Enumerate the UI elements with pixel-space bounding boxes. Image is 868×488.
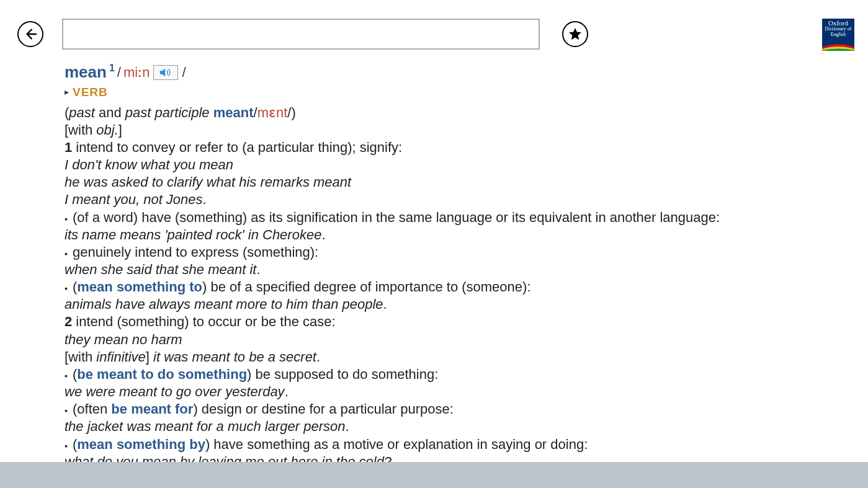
subsense: ▪(of a word) have (something) as its sig… [65,209,782,226]
bullet-icon: ▪ [65,371,68,382]
subsense: ▪(mean something by) have something as a… [65,436,782,453]
example: [with infinitive] it was meant to be a s… [65,348,782,366]
sense-1: 1 intend to convey or refer to (a partic… [65,139,782,156]
logo-swoosh-icon [822,42,854,51]
logo-line2: Dictionary of [825,26,852,32]
star-icon [568,27,583,42]
example: its name means 'painted rock' in Cheroke… [65,226,782,244]
subsense: ▪(often be meant for) design or destine … [65,401,782,418]
bullet-icon: ▪ [65,406,68,417]
logo-line1: Oxford [828,20,848,26]
homograph-number: 1 [109,62,115,74]
bullet-icon: ▪ [65,214,68,225]
example: I meant you, not Jones. [65,191,782,208]
part-of-speech: VERB [73,85,108,100]
subsense: ▪(be meant to do something) be supposed … [65,366,782,383]
example: I don't know what you mean [65,156,782,174]
favorite-button[interactable] [562,21,588,47]
pron-close: / [182,64,186,81]
headword: mean [65,62,107,82]
back-button[interactable] [17,21,43,47]
app-logo: Oxford Dictionary of English [822,19,854,51]
sense-2: 2 intend (something) to occur or be the … [65,313,782,331]
arrow-left-icon [24,27,37,41]
subsense: ▪genuinely intend to express (something)… [65,244,782,261]
speaker-icon [159,68,172,78]
example: when she said that she meant it. [65,261,782,278]
bullet-icon: ▪ [65,283,68,295]
entry-content: mean1 /miːn / ▸ VERB (past and past part… [0,62,782,471]
logo-line3: English [831,32,846,37]
example: they mean no harm [65,331,782,348]
subsense: ▪(mean something to) be of a specified d… [65,278,782,296]
bullet-icon: ▪ [65,441,68,452]
pron-open: / [117,64,121,81]
pronunciation: miːn [123,64,150,81]
grammar-note: [with obj.] [65,122,782,139]
search-input[interactable] [62,19,540,50]
inflections: (past and past participle meant/mɛnt/) [65,104,782,122]
example: he was asked to clarify what his remarks… [65,174,782,191]
triangle-icon: ▸ [65,87,69,98]
example: animals have always meant more to him th… [65,296,782,313]
bullet-icon: ▪ [65,249,68,260]
example: the jacket was meant for a much larger p… [65,418,782,435]
example: we were meant to go over yesterday. [65,383,782,401]
audio-button[interactable] [153,65,178,80]
bottom-bar [0,462,868,488]
